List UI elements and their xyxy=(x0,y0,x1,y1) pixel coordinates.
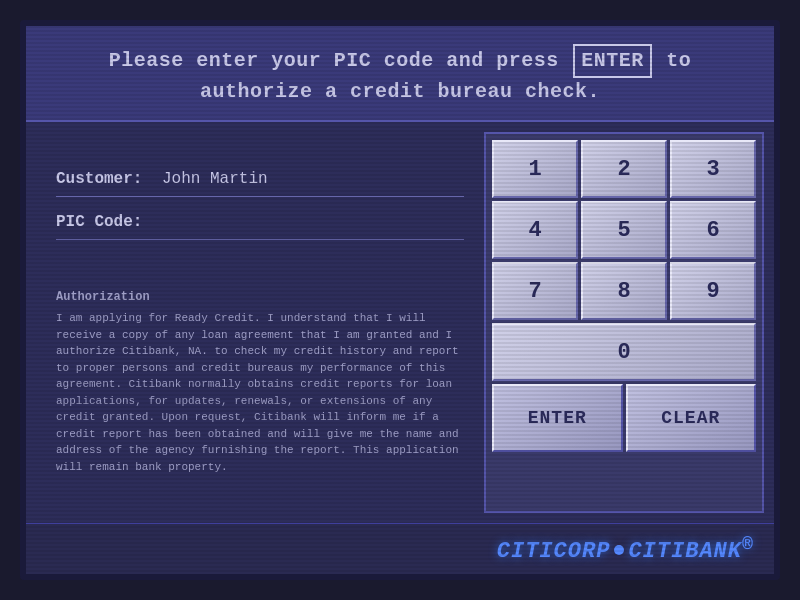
pic-code-label: PIC Code: xyxy=(56,213,156,231)
header-section: Please enter your PIC code and press ENT… xyxy=(26,26,774,122)
customer-name: John Martin xyxy=(162,170,268,188)
key-9[interactable]: 9 xyxy=(670,262,756,320)
key-3[interactable]: 3 xyxy=(670,140,756,198)
customer-row: Customer: John Martin xyxy=(56,162,464,197)
key-8[interactable]: 8 xyxy=(581,262,667,320)
keypad-row-zero: 0 xyxy=(492,323,756,381)
atm-screen: Please enter your PIC code and press ENT… xyxy=(20,20,780,580)
customer-info: Customer: John Martin PIC Code: xyxy=(56,162,464,248)
authorization-title: Authorization xyxy=(56,288,464,306)
brand-trademark: ® xyxy=(742,534,754,555)
key-4[interactable]: 4 xyxy=(492,201,578,259)
key-5[interactable]: 5 xyxy=(581,201,667,259)
keypad-row-2: 4 5 6 xyxy=(492,201,756,259)
keypad-panel: 1 2 3 4 5 6 7 8 9 0 ENTER CLEAR xyxy=(484,132,764,513)
key-7[interactable]: 7 xyxy=(492,262,578,320)
main-content: Customer: John Martin PIC Code: Authoriz… xyxy=(26,122,774,523)
enter-box-label: ENTER xyxy=(573,44,652,78)
authorization-text: I am applying for Ready Credit. I unders… xyxy=(56,310,464,475)
key-2[interactable]: 2 xyxy=(581,140,667,198)
left-panel: Customer: John Martin PIC Code: Authoriz… xyxy=(36,132,474,513)
brand-part1: CITICORP xyxy=(497,539,611,564)
header-line1-post: to xyxy=(654,49,692,72)
keypad-row-3: 7 8 9 xyxy=(492,262,756,320)
footer: CITICORPCITIBANK® xyxy=(26,523,774,574)
key-0[interactable]: 0 xyxy=(492,323,756,381)
header-line2: authorize a credit bureau check. xyxy=(200,80,600,103)
header-text: Please enter your PIC code and press ENT… xyxy=(46,44,754,106)
authorization-section: Authorization I am applying for Ready Cr… xyxy=(56,288,464,475)
key-1[interactable]: 1 xyxy=(492,140,578,198)
brand-part2: CITIBANK xyxy=(628,539,742,564)
brand: CITICORPCITIBANK® xyxy=(497,534,754,564)
clear-button[interactable]: CLEAR xyxy=(626,384,757,452)
keypad-row-1: 1 2 3 xyxy=(492,140,756,198)
key-6[interactable]: 6 xyxy=(670,201,756,259)
action-row: ENTER CLEAR xyxy=(492,384,756,452)
enter-button[interactable]: ENTER xyxy=(492,384,623,452)
customer-label: Customer: xyxy=(56,170,156,188)
brand-separator xyxy=(614,545,624,555)
pic-code-row: PIC Code: xyxy=(56,205,464,240)
header-line1-pre: Please enter your PIC code and press xyxy=(109,49,572,72)
